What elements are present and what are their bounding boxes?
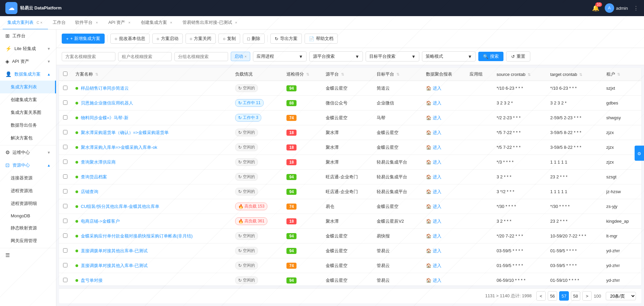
sidebar-item-data-integration[interactable]: 👤 数据集成方案 ▲ (0, 68, 56, 81)
tab-integration-list[interactable]: 集成方案列表 C × (3, 16, 48, 30)
report-enter-link[interactable]: 🏠 进入 (426, 204, 441, 209)
row-checkbox[interactable] (63, 189, 67, 193)
help-button[interactable]: 📄 帮助文档 (305, 34, 338, 44)
sidebar-item-static-mapping[interactable]: 静态映射资源 (0, 222, 56, 234)
scheme-name-link[interactable]: CU组装/拆分其他出库单-金蝶其他出库单 (81, 204, 160, 209)
pagination-page-58[interactable]: 58 (571, 291, 580, 301)
report-enter-link[interactable]: 🏠 进入 (426, 219, 441, 224)
sort-icon[interactable]: ⇅ (95, 72, 98, 76)
sidebar-menu-collapse[interactable]: ☰ (0, 249, 56, 262)
report-enter-link[interactable]: 🏠 进入 (426, 174, 441, 179)
report-enter-link[interactable]: 🏠 进入 (426, 130, 441, 135)
report-enter-link[interactable]: 🏠 进入 (426, 86, 441, 91)
tenant-name-search[interactable] (118, 52, 172, 61)
scheme-name-link[interactable]: 查询聚水潭供应商 (81, 160, 116, 165)
pagination-next[interactable]: > (582, 291, 592, 301)
row-checkbox[interactable] (63, 86, 67, 90)
report-enter-link[interactable]: 🏠 进入 (426, 115, 441, 120)
row-checkbox[interactable] (63, 100, 67, 105)
sidebar-item-mongodb[interactable]: MongoDB (0, 210, 56, 222)
scheme-name-link[interactable]: 电商店铺->金蝶客户 (81, 219, 120, 224)
sidebar-item-process-pool[interactable]: 进程资源池 (0, 184, 56, 197)
scheme-name-link[interactable]: 聚水潭采购入库单=>金蝶采购入库单-ok (81, 145, 157, 150)
group-name-search[interactable] (174, 52, 228, 61)
sidebar-item-solution-package[interactable]: 解决方案包 (0, 132, 56, 144)
reset-button[interactable]: ↺ 重置 (506, 51, 530, 61)
sort-icon[interactable]: ⇅ (528, 73, 531, 77)
row-checkbox[interactable] (63, 263, 67, 267)
status-tag-close-icon[interactable]: × (245, 54, 247, 58)
row-checkbox[interactable] (63, 174, 67, 179)
export-button[interactable]: ↻ 导出方案 (270, 34, 302, 44)
scheme-name-link[interactable]: 聚水潭采购退货单（确认）=>金蝶采购退货单 (81, 130, 169, 135)
scheme-close-button[interactable]: ○ 方案关闭 (185, 34, 216, 44)
batch-info-button[interactable]: ○ 批改基本信息 (110, 34, 150, 44)
sidebar-item-connector-resource[interactable]: 连接器资源 (0, 172, 56, 184)
tab-close-icon[interactable]: × (234, 20, 238, 25)
row-checkbox[interactable] (63, 278, 67, 282)
report-enter-link[interactable]: 🏠 进入 (426, 263, 441, 268)
scheme-name-link[interactable]: 店铺查询 (81, 189, 98, 194)
row-checkbox[interactable] (63, 115, 67, 120)
tab-close-icon[interactable]: C × (36, 20, 43, 25)
row-checkbox[interactable] (63, 145, 67, 149)
row-checkbox[interactable] (63, 219, 67, 223)
report-enter-link[interactable]: 🏠 进入 (426, 100, 441, 105)
add-scheme-button[interactable]: + + 新增集成方案 (62, 34, 105, 44)
pagination-prev[interactable]: < (536, 291, 546, 301)
sidebar-item-resource-center[interactable]: ⊡ 资源中心 ▲ (0, 159, 56, 172)
scheme-name-link[interactable]: 直接调拨单对接其他入库单-已测试 (81, 263, 148, 268)
user-area[interactable]: A admin (605, 3, 628, 13)
search-button[interactable]: 🔍 搜索 (478, 52, 503, 61)
row-checkbox[interactable] (63, 204, 67, 208)
tab-workbench[interactable]: 工作台 (48, 16, 70, 30)
report-enter-link[interactable]: 🏠 进入 (426, 160, 441, 165)
sidebar-item-ops-center[interactable]: ⚙ 运维中心 ▼ (0, 146, 56, 159)
tab-close-icon[interactable]: × (127, 20, 131, 25)
strategy-mode-select[interactable]: 策略模式 ▼ (422, 51, 476, 61)
row-checkbox[interactable] (63, 130, 67, 134)
delete-button[interactable]: □ 删除 (243, 34, 265, 44)
sort-icon[interactable]: ⇅ (617, 72, 620, 76)
tab-api-assets[interactable]: API 资产 × (104, 16, 136, 30)
report-enter-link[interactable]: 🏠 进入 (426, 233, 441, 238)
row-checkbox[interactable] (63, 248, 67, 253)
pagination-page-57[interactable]: 57 (559, 291, 569, 301)
source-platform-select[interactable]: 源平台搜索 ▼ (309, 51, 363, 61)
sort-icon[interactable]: ⇅ (306, 72, 309, 76)
sidebar-item-integration-relation[interactable]: 集成方案关系图 (0, 106, 56, 119)
sort-icon[interactable]: ⇅ (579, 73, 582, 77)
scheme-name-link[interactable]: 物料同步金蝶=》马帮-新 (81, 115, 128, 120)
scheme-name-search[interactable] (62, 52, 115, 61)
tab-manage-sales[interactable]: 管易销售出库对接-已测试 × (178, 16, 243, 30)
select-all-checkbox[interactable] (63, 72, 67, 76)
settings-float-button[interactable]: ⚙ (635, 145, 644, 161)
scheme-start-button[interactable]: ○ 方案启动 (152, 34, 183, 44)
more-icon[interactable]: ⋮ (633, 5, 639, 11)
scheme-name-link[interactable]: 金蝶采购应付单付款金额对接易快报采购订单帐表(非月结) (81, 233, 193, 238)
scheme-name-link[interactable]: 盘亏单对接 (81, 278, 103, 283)
scheme-name-link[interactable]: 样品销售订单同步简道云 (81, 86, 129, 91)
notification-bell[interactable]: 🔔 10 (592, 4, 599, 12)
sidebar-item-gateway-app[interactable]: 网关应用管理 (0, 234, 56, 247)
sidebar-item-data-export[interactable]: 数据导出任务 (0, 119, 56, 132)
scheme-name-link[interactable]: 贝恩施企业微信应用机器人 (81, 100, 133, 105)
scheme-name-link[interactable]: 查询货品档案 (81, 174, 107, 179)
page-size-select[interactable]: 20条/页 50条/页 100条/页 (606, 292, 636, 300)
sidebar-item-api-assets[interactable]: ◈ API 资产 ▼ (0, 55, 56, 68)
scheme-name-link[interactable]: 直接调拨单对接其他出库单-已测试 (81, 248, 148, 253)
report-enter-link[interactable]: 🏠 进入 (426, 189, 441, 194)
report-enter-link[interactable]: 🏠 进入 (426, 145, 441, 150)
sidebar-item-integration-list[interactable]: 集成方案列表 (0, 81, 56, 93)
app-process-select[interactable]: 应用进程 ▼ (253, 51, 307, 61)
copy-button[interactable]: ○ 复制 (218, 34, 240, 44)
tab-software-platform[interactable]: 软件平台 × (70, 16, 103, 30)
tab-close-icon[interactable]: × (95, 20, 99, 25)
sort-icon[interactable]: ⇅ (341, 72, 344, 76)
report-enter-link[interactable]: 🏠 进入 (426, 278, 441, 283)
target-platform-select[interactable]: 目标平台搜索 ▼ (366, 51, 419, 61)
sidebar-item-create-integration[interactable]: 创建集成方案 (0, 93, 56, 106)
sidebar-item-workbench[interactable]: ⊞ 工作台 (0, 30, 56, 42)
sort-icon[interactable]: ⇅ (396, 72, 399, 76)
row-checkbox[interactable] (63, 160, 67, 164)
